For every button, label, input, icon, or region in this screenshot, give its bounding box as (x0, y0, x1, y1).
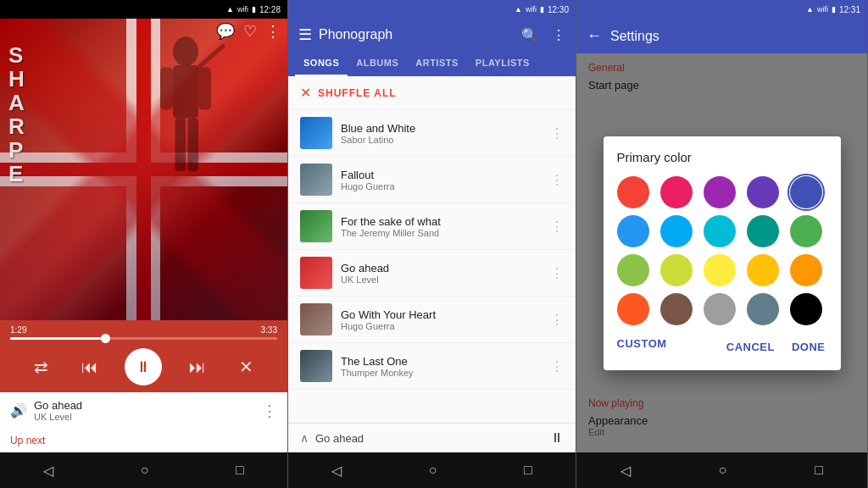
color-swatch-red[interactable] (617, 176, 649, 208)
status-time-2: 12:30 (548, 5, 569, 14)
prev-button[interactable]: ⏮ (76, 358, 103, 377)
song-more-1[interactable]: ⋮ (550, 125, 564, 141)
status-time-1: 12:28 (259, 5, 281, 14)
color-swatch-blue[interactable] (617, 215, 649, 247)
shuffle-icon: ✕ (300, 85, 311, 101)
list-item[interactable]: Go With Your Heart Hugo Guerra ⋮ (288, 297, 576, 343)
list-item[interactable]: Blue and White Sabor Latino ⋮ (288, 110, 576, 157)
list-item[interactable]: Go ahead UK Level ⋮ (288, 250, 576, 297)
tab-songs[interactable]: SONGS (295, 51, 348, 76)
song-thumb-5 (300, 303, 332, 336)
queue-track: Go ahead (315, 432, 543, 445)
back-nav-3[interactable]: ◁ (620, 463, 631, 479)
home-nav-3[interactable]: ○ (719, 463, 727, 478)
chat-icon[interactable]: 💬 (216, 22, 235, 41)
color-swatch-deep-orange[interactable] (617, 293, 649, 325)
play-pause-button[interactable]: ⏸ (125, 348, 162, 385)
home-nav[interactable]: ○ (141, 463, 149, 478)
song-title-4: Go ahead (341, 262, 542, 274)
song-title-1: Blue and White (341, 122, 542, 135)
color-swatch-lime[interactable] (660, 254, 693, 286)
letter-p: P (8, 139, 25, 161)
color-swatch-yellow[interactable] (704, 254, 736, 286)
recents-nav-2[interactable]: □ (524, 463, 532, 478)
favorite-icon[interactable]: ♡ (243, 22, 257, 41)
app-title: Phonograph (319, 27, 508, 42)
color-swatch-purple[interactable] (704, 176, 736, 208)
color-swatch-black[interactable] (790, 293, 822, 325)
cancel-button[interactable]: CANCEL (725, 337, 776, 357)
song-info-5: Go With Your Heart Hugo Guerra (341, 308, 542, 331)
more-options-icon[interactable]: ⋮ (552, 27, 565, 43)
progress-area: 1:29 3:33 (0, 320, 287, 341)
color-swatch-teal[interactable] (747, 215, 779, 247)
dialog-actions: CUSTOM CANCEL DONE (617, 337, 827, 357)
color-swatch-pink[interactable] (660, 176, 693, 208)
settings-body: General Start page Primary color (576, 53, 867, 452)
song-info-4: Go ahead UK Level (341, 262, 542, 285)
song-more-2[interactable]: ⋮ (550, 172, 564, 188)
repeat-button[interactable]: ✕ (232, 357, 259, 377)
song-more-6[interactable]: ⋮ (550, 358, 564, 374)
color-swatch-light-green[interactable] (617, 254, 649, 286)
recents-nav[interactable]: □ (236, 463, 244, 478)
battery-icon-3: ▮ (832, 5, 836, 14)
color-swatch-green[interactable] (790, 215, 822, 247)
queue-pause-icon[interactable]: ⏸ (550, 430, 564, 446)
now-playing-more[interactable]: ⋮ (262, 402, 277, 420)
svg-rect-2 (160, 68, 173, 110)
queue-chevron-icon: ∧ (300, 431, 309, 445)
letter-e: E (8, 163, 25, 185)
battery-icon-2: ▮ (540, 5, 544, 14)
back-button[interactable]: ← (587, 27, 602, 45)
queue-bar[interactable]: ∧ Go ahead ⏸ (288, 423, 576, 452)
tab-albums[interactable]: ALBUMS (348, 51, 407, 76)
soldier-silhouette (135, 36, 236, 205)
shuffle-all-row[interactable]: ✕ SHUFFLE ALL (288, 76, 576, 110)
hamburger-menu[interactable]: ☰ (298, 25, 312, 44)
color-swatch-amber[interactable] (747, 254, 779, 286)
search-icon[interactable]: 🔍 (521, 27, 538, 43)
done-button[interactable]: DONE (790, 337, 827, 357)
song-title-2: Fallout (341, 169, 542, 181)
color-swatch-light-blue[interactable] (660, 215, 693, 247)
recents-nav-3[interactable]: □ (815, 463, 823, 478)
custom-button[interactable]: CUSTOM (617, 337, 667, 357)
color-swatch-orange[interactable] (790, 254, 822, 286)
home-nav-2[interactable]: ○ (429, 463, 437, 478)
song-more-3[interactable]: ⋮ (550, 219, 564, 235)
list-item[interactable]: Fallout Hugo Guerra ⋮ (288, 157, 576, 203)
song-list: Blue and White Sabor Latino ⋮ Fallout Hu… (288, 110, 576, 423)
signal-icon: ▲ (226, 5, 234, 14)
now-playing-info: 🔊 Go ahead UK Level (10, 399, 82, 422)
color-swatch-blue-grey[interactable] (747, 293, 779, 325)
next-button[interactable]: ⏭ (184, 358, 211, 377)
color-swatch-grey[interactable] (704, 293, 736, 325)
color-swatch-brown[interactable] (660, 293, 693, 325)
settings-title: Settings (610, 29, 659, 44)
list-item[interactable]: The Last One Thumper Monkey ⋮ (288, 343, 576, 390)
phone-phonograph: ▲ wifi ▮ 12:30 ☰ Phonograph 🔍 ⋮ SONGS AL… (288, 0, 576, 488)
tab-playlists[interactable]: PLAYLISTS (467, 51, 538, 76)
more-icon[interactable]: ⋮ (265, 22, 281, 41)
song-artist-4: UK Level (341, 274, 542, 285)
svg-rect-4 (175, 119, 186, 172)
song-more-5[interactable]: ⋮ (550, 312, 564, 328)
back-nav-2[interactable]: ◁ (331, 463, 342, 479)
song-artist-3: The Jeremy Miller Sand (341, 228, 542, 238)
song-more-4[interactable]: ⋮ (550, 265, 564, 281)
color-swatch-indigo[interactable] (790, 176, 822, 208)
signal-icon-2: ▲ (515, 5, 522, 14)
status-time-3: 12:31 (839, 5, 860, 14)
list-item[interactable]: For the sake of what The Jeremy Miller S… (288, 203, 576, 250)
song-thumb-6 (300, 350, 332, 382)
tab-artists[interactable]: ARTISTS (407, 51, 467, 76)
shuffle-button[interactable]: ⇄ (28, 357, 55, 377)
color-swatch-deep-purple[interactable] (747, 176, 779, 208)
back-nav[interactable]: ◁ (43, 463, 53, 479)
tab-bar: SONGS ALBUMS ARTISTS PLAYLISTS (288, 51, 576, 76)
track-title: Go ahead (34, 399, 82, 412)
dialog-title: Primary color (617, 150, 827, 164)
progress-bar[interactable] (10, 337, 277, 340)
color-swatch-cyan[interactable] (704, 215, 736, 247)
